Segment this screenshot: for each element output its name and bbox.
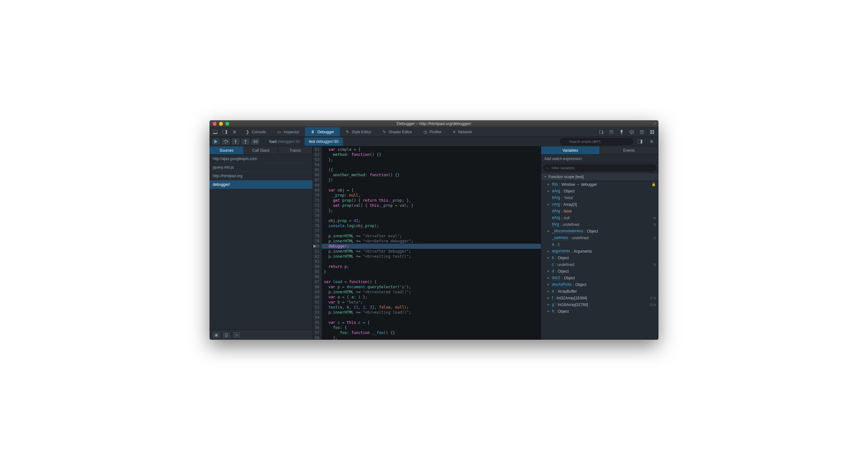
variable-row[interactable]: ▶g: Int16Array[32768]S N — [541, 301, 658, 308]
resume-button[interactable] — [211, 138, 220, 145]
variable-row[interactable]: ▶f: Int32Array[16384]S N — [541, 294, 658, 301]
panel-tab-traces[interactable]: Traces — [278, 146, 313, 154]
scratchpad-tool-button[interactable] — [607, 128, 616, 136]
line-number[interactable]: 98 — [315, 335, 319, 340]
variable-row[interactable]: ▶_disconsolateness: Object — [541, 228, 658, 234]
source-item[interactable]: jquery.min.js — [210, 163, 313, 172]
line-number[interactable]: 76 — [315, 223, 319, 228]
variable-row[interactable]: ▶docAsProto: Object — [541, 281, 658, 288]
line-number[interactable]: 85 — [315, 269, 319, 274]
variable-row[interactable]: ▶cArg: Array[3] — [541, 201, 658, 208]
paint-tool-button[interactable] — [617, 128, 626, 136]
add-watch-expression[interactable]: Add watch expression — [541, 154, 658, 163]
variable-row[interactable]: ▶e: ArrayBuffer — [541, 288, 658, 294]
pretty-print-button[interactable]: {} — [222, 332, 230, 339]
line-number[interactable]: 77 — [315, 228, 319, 233]
variable-row[interactable]: ▶b: Object — [541, 255, 658, 261]
line-number[interactable]: 69 — [315, 188, 319, 193]
eye-button[interactable]: ◉ — [212, 332, 220, 339]
line-number[interactable]: 95 — [315, 320, 319, 325]
line-number[interactable]: 67 — [315, 177, 319, 182]
step-in-button[interactable] — [231, 138, 240, 145]
line-number[interactable]: 63 — [315, 157, 319, 162]
line-number[interactable]: 75 — [315, 218, 319, 223]
tool-tab-inspector[interactable]: ▭Inspector — [272, 127, 305, 137]
tool-tab-network[interactable]: ≡Network — [447, 127, 478, 137]
line-number[interactable]: 86 — [315, 274, 319, 279]
line-number[interactable]: 96 — [315, 325, 319, 330]
toggle-button[interactable] — [251, 138, 260, 145]
line-number[interactable]: 91 — [315, 300, 319, 305]
variable-row[interactable]: ▶this: Window → debugger🔒 — [541, 181, 658, 188]
line-number[interactable]: 70 — [315, 193, 319, 198]
line-number[interactable]: 62 — [315, 152, 319, 157]
debugger-settings-button[interactable]: ⚙ — [647, 138, 656, 145]
search-scripts-input[interactable] — [560, 138, 633, 145]
line-number[interactable]: 93 — [315, 310, 319, 315]
line-number[interactable]: 61 — [315, 147, 319, 152]
line-number[interactable]: 74 — [315, 213, 319, 218]
variable-row[interactable]: ▶aArg: Object — [541, 188, 658, 194]
scope-header[interactable]: ▼ Function scope [test] — [541, 173, 658, 181]
variable-row[interactable]: eArg: nullN — [541, 214, 658, 221]
line-number[interactable]: 89 — [315, 289, 319, 294]
calendar-tool-button[interactable] — [638, 128, 646, 136]
cube-tool-button[interactable] — [627, 128, 636, 136]
expand-icon[interactable]: ⤢ — [653, 121, 657, 126]
line-number[interactable]: 81 — [315, 249, 319, 254]
variable-row[interactable]: a: 1 — [541, 241, 658, 248]
toggle-panel-button[interactable] — [636, 138, 645, 145]
panel-tab-sources[interactable]: Sources — [210, 146, 244, 154]
variable-row[interactable]: ▶d: Object — [541, 268, 658, 275]
gear-button[interactable]: ⚙ — [230, 128, 239, 136]
line-number[interactable]: 82 — [315, 254, 319, 259]
step-out-button[interactable] — [241, 138, 250, 145]
variable-row[interactable]: ▶doc2: Object — [541, 275, 658, 281]
line-number[interactable]: 73 — [315, 208, 319, 213]
variable-row[interactable]: fArg: undefinedN — [541, 221, 658, 228]
line-number[interactable]: 72 — [315, 203, 319, 208]
line-number[interactable]: 65 — [315, 167, 319, 172]
line-number[interactable]: 64 — [315, 162, 319, 167]
line-number[interactable]: 66 — [315, 172, 319, 177]
panel-tab-variables[interactable]: Variables — [541, 146, 600, 154]
source-item[interactable]: http://htmlpad.org — [210, 172, 313, 180]
filter-variables-input[interactable] — [543, 165, 657, 171]
source-item[interactable]: debugger/ — [210, 180, 313, 189]
stack-frame[interactable]: test debugger/:80 — [305, 138, 343, 146]
line-number[interactable]: 79 — [315, 238, 319, 244]
dock-side-button[interactable] — [211, 128, 220, 136]
variable-row[interactable]: c: undefinedN — [541, 261, 658, 268]
line-number[interactable]: 83 — [315, 259, 319, 264]
variable-row[interactable]: ▶arguments: Arguments — [541, 248, 658, 255]
variable-row[interactable]: ▶h: Object — [541, 308, 658, 315]
line-number[interactable]: 78 — [315, 233, 319, 238]
line-number[interactable]: 68 — [315, 182, 319, 188]
step-over-button[interactable] — [221, 138, 230, 145]
line-number[interactable]: 71 — [315, 198, 319, 203]
line-number[interactable]: 80 — [315, 244, 319, 249]
line-number[interactable]: 87 — [315, 279, 319, 284]
variable-row[interactable]: _sadness: undefinedN — [541, 234, 658, 241]
line-number[interactable]: 94 — [315, 315, 319, 320]
panel-tab-events[interactable]: Events — [600, 146, 659, 154]
responsive-tool-button[interactable] — [597, 128, 606, 136]
line-number[interactable]: 97 — [315, 330, 319, 335]
panel-tab-call-stack[interactable]: Call Stack — [244, 146, 278, 154]
variable-row[interactable]: dArg: false — [541, 208, 658, 214]
tool-tab-debugger[interactable]: ⏸Debugger — [305, 127, 340, 137]
tool-tab-style-editor[interactable]: ✎Style Editor — [340, 127, 377, 137]
tool-tab-shader-editor[interactable]: ✎Shader Editor — [377, 127, 417, 137]
dock-right-button[interactable] — [220, 128, 229, 136]
source-item[interactable]: http://ajax.googleapis.com — [210, 154, 313, 163]
line-number[interactable]: 92 — [315, 305, 319, 310]
blackbox-button[interactable]: ○ — [232, 332, 241, 339]
frames-tool-button[interactable] — [648, 128, 657, 136]
line-number[interactable]: 88 — [315, 284, 319, 289]
stack-frame[interactable]: load debugger/:92 — [265, 138, 305, 146]
line-number[interactable]: 84 — [315, 264, 319, 269]
tool-tab-profiler[interactable]: ◷Profiler — [418, 127, 447, 137]
line-number[interactable]: 90 — [315, 294, 319, 300]
variable-row[interactable]: bArg: "beta" — [541, 194, 658, 201]
tool-tab-console[interactable]: ❯Console — [240, 127, 272, 137]
